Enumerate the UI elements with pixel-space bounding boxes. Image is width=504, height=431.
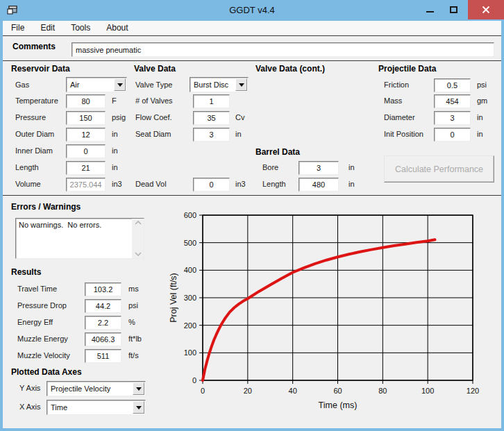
inner-diam-label: Inner Diam xyxy=(15,146,53,155)
seat-diam-unit: in xyxy=(235,130,242,138)
y-tick-label: 600 xyxy=(184,211,196,219)
reservoir-length-input[interactable] xyxy=(66,161,106,175)
window-border-bottom xyxy=(0,428,504,431)
minimize-icon xyxy=(426,11,434,12)
outer-diam-label: Outer Diam xyxy=(15,130,54,138)
menu-bar: File Edit Tools About xyxy=(0,21,504,36)
energy-eff-unit: % xyxy=(128,318,135,326)
menu-tools[interactable]: Tools xyxy=(64,21,97,35)
gas-combobox-value: Air xyxy=(67,81,113,89)
mass-unit: gm xyxy=(477,96,487,105)
energy-eff-output[interactable] xyxy=(85,316,121,330)
temperature-label: Temperature xyxy=(15,96,58,105)
x-tick-label: 0 xyxy=(201,387,205,395)
scroll-down-icon[interactable] xyxy=(135,251,142,257)
bore-label: Bore xyxy=(262,163,278,171)
x-axis-combobox[interactable]: Time xyxy=(47,400,146,415)
errors-scrollbar[interactable] xyxy=(132,219,144,258)
reservoir-length-unit: in xyxy=(112,163,118,171)
dead-vol-unit: in3 xyxy=(235,180,246,188)
velocity-curve xyxy=(203,239,435,380)
y-tick-label: 0 xyxy=(192,376,196,384)
diameter-label: Diameter xyxy=(384,113,415,121)
maximize-button[interactable] xyxy=(442,0,465,19)
init-position-input[interactable] xyxy=(434,128,471,142)
diameter-input[interactable] xyxy=(434,111,471,125)
close-icon xyxy=(482,6,490,14)
x-tick-label: 40 xyxy=(289,387,297,395)
minimize-button[interactable] xyxy=(418,0,442,19)
menu-about[interactable]: About xyxy=(99,21,135,35)
valve-data-header: Valve Data xyxy=(134,64,176,74)
scroll-up-icon[interactable] xyxy=(135,220,142,226)
valve-type-combobox-value: Burst Disc xyxy=(190,81,235,89)
maximize-icon xyxy=(450,6,457,13)
valve-type-combobox[interactable]: Burst Disc xyxy=(190,77,249,92)
x-tick-label: 100 xyxy=(421,387,434,395)
mass-input[interactable] xyxy=(434,94,471,108)
friction-unit: psi xyxy=(477,81,487,89)
bore-unit: in xyxy=(348,163,355,171)
calculate-performance-button: Calculate Performance xyxy=(384,155,494,183)
velocity-chart: 0204060801001200100200300400500600Time (… xyxy=(167,208,500,416)
valve-type-label: Valve Type xyxy=(135,81,172,89)
errors-textbox[interactable]: No warnings. No errors. xyxy=(15,218,144,259)
volume-output xyxy=(66,178,106,192)
chevron-down-icon xyxy=(136,406,142,409)
flow-coef-unit: Cv xyxy=(235,113,244,121)
friction-label: Friction xyxy=(384,81,409,89)
muzzle-velocity-output[interactable] xyxy=(85,349,121,363)
temperature-input[interactable] xyxy=(66,94,106,108)
y-axis-title: Proj Vel (ft/s) xyxy=(169,273,178,323)
menu-file[interactable]: File xyxy=(4,21,31,35)
y-axis-combobox-dropdown-button xyxy=(133,382,144,395)
muzzle-velocity-unit: ft/s xyxy=(128,351,139,360)
title-bar: GGDT v4.4 xyxy=(0,0,504,21)
x-axis-combobox-dropdown-button xyxy=(133,401,144,414)
errors-warnings-header: Errors / Warnings xyxy=(11,202,81,212)
barrel-length-unit: in xyxy=(348,180,355,188)
bore-input[interactable] xyxy=(299,161,339,175)
x-axis-title: Time (ms) xyxy=(319,400,358,410)
comments-input[interactable] xyxy=(72,42,494,57)
results-header: Results xyxy=(11,267,41,277)
muzzle-energy-output[interactable] xyxy=(85,332,121,346)
dead-vol-input[interactable] xyxy=(193,178,230,192)
seat-diam-input[interactable] xyxy=(193,128,230,142)
gas-combobox[interactable]: Air xyxy=(66,77,127,92)
outer-diam-unit: in xyxy=(112,130,118,138)
inner-diam-input[interactable] xyxy=(66,144,106,158)
seat-diam-label: Seat Diam xyxy=(135,130,171,138)
flow-coef-input[interactable] xyxy=(193,111,230,125)
flow-coef-label: Flow Coef. xyxy=(135,113,172,121)
plotted-data-axes-header: Plotted Data Axes xyxy=(11,367,82,377)
outer-diam-input[interactable] xyxy=(66,128,106,142)
menu-edit[interactable]: Edit xyxy=(33,21,62,35)
pressure-input[interactable] xyxy=(66,111,106,125)
energy-eff-label: Energy Eff xyxy=(17,318,53,326)
y-tick-label: 200 xyxy=(184,321,196,330)
pressure-label: Pressure xyxy=(15,113,46,121)
window-border-left xyxy=(0,21,3,431)
pressure-unit: psig xyxy=(112,113,126,121)
reservoir-data-header: Reservoir Data xyxy=(11,64,70,74)
valve-type-combobox-dropdown-button xyxy=(235,78,247,91)
barrel-length-input[interactable] xyxy=(299,178,339,192)
travel-time-unit: ms xyxy=(128,285,139,293)
muzzle-velocity-label: Muzzle Velocity xyxy=(17,351,70,360)
x-axis-combobox-value: Time xyxy=(47,403,132,412)
friction-input[interactable] xyxy=(434,78,471,92)
y-axis-combobox[interactable]: Projectile Velocity xyxy=(47,381,146,396)
y-tick-label: 400 xyxy=(184,266,196,274)
inner-diam-unit: in xyxy=(112,146,118,155)
init-position-label: Init Position xyxy=(384,130,423,138)
volume-unit: in3 xyxy=(112,180,122,188)
travel-time-output[interactable] xyxy=(85,282,121,296)
num-valves-input[interactable] xyxy=(193,94,230,108)
dead-vol-label: Dead Vol xyxy=(135,180,167,188)
pressure-drop-output[interactable] xyxy=(85,299,121,313)
close-button[interactable] xyxy=(468,0,504,19)
errors-text: No warnings. No errors. xyxy=(16,219,132,258)
separator xyxy=(3,60,501,61)
muzzle-energy-label: Muzzle Energy xyxy=(17,335,68,343)
